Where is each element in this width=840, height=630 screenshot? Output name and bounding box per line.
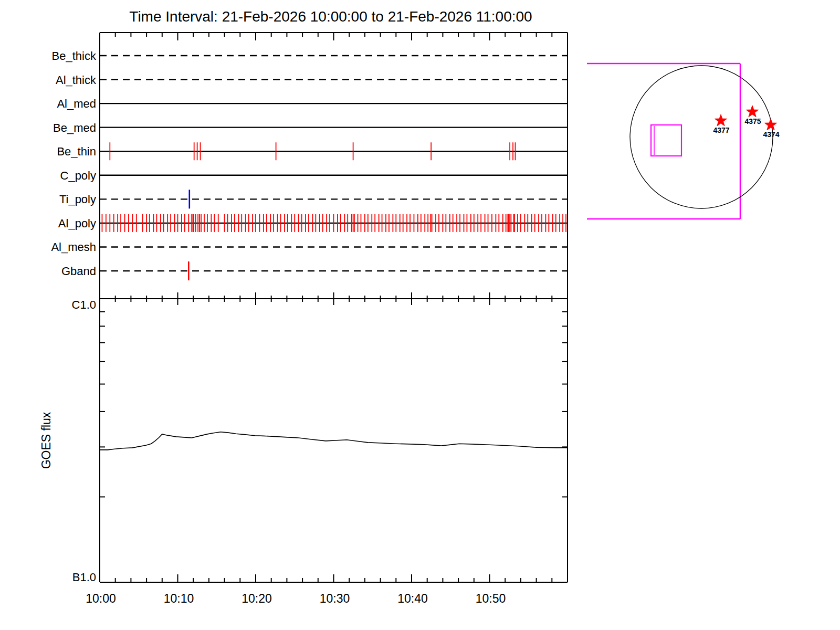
filter-label-Be_thick: Be_thick (52, 49, 97, 62)
filter-label-Be_med: Be_med (53, 121, 96, 134)
filter-label-Al_thick: Al_thick (56, 74, 97, 87)
goes-flux-curve (100, 432, 568, 450)
time-axis-label: 10:50 (476, 592, 506, 605)
goes-axis-title: GOES flux (39, 412, 53, 469)
filter-label-Gband: Gband (61, 265, 96, 278)
goes-ymin-label: B1.0 (72, 571, 96, 584)
filter-label-C_poly: C_poly (60, 169, 96, 182)
filter-label-Al_med: Al_med (57, 97, 96, 110)
plot-svg: Be_thickAl_thickAl_medBe_medBe_thinC_pol… (0, 0, 840, 630)
plot-canvas: Time Interval: 21-Feb-2026 10:00:00 to 2… (0, 0, 840, 630)
active-region-label-4375: 4375 (744, 117, 761, 125)
active-region-star-4374 (765, 119, 777, 130)
filter-label-Be_thin: Be_thin (57, 145, 96, 158)
target-fov-box (651, 125, 681, 156)
time-axis-label: 10:40 (397, 592, 428, 605)
time-axis-label: 10:10 (164, 592, 194, 605)
filter-label-Al_mesh: Al_mesh (51, 240, 96, 254)
active-region-label-4377: 4377 (713, 126, 729, 134)
active-region-star-4377 (715, 114, 727, 126)
time-axis-label: 10:30 (320, 592, 350, 605)
time-axis-label: 10:20 (242, 592, 272, 605)
active-region-star-4375 (747, 106, 759, 117)
filter-label-Al_poly: Al_poly (58, 217, 96, 230)
goes-ymax-label: C1.0 (72, 298, 96, 311)
time-axis-label: 10:00 (86, 592, 116, 605)
filter-label-Ti_poly: Ti_poly (59, 193, 96, 206)
active-region-label-4374: 4374 (763, 130, 779, 139)
